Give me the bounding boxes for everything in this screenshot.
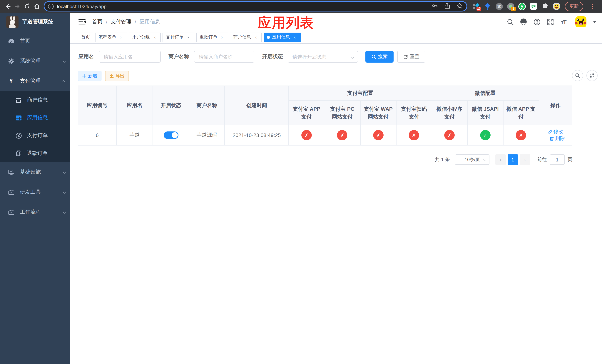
- table-toolbar: 新增 导出: [78, 71, 598, 81]
- tab-process-form[interactable]: 流程表单×: [95, 32, 127, 42]
- chrome-menu-icon[interactable]: ⋮: [589, 3, 595, 10]
- pay-submenu: 商户信息 应用信息 支付订单: [0, 91, 70, 162]
- bookmark-star-icon[interactable]: [456, 2, 463, 10]
- delete-link[interactable]: 删除: [550, 135, 565, 142]
- avatar-caret-icon[interactable]: [593, 21, 596, 23]
- search-icon[interactable]: [506, 18, 514, 26]
- close-icon[interactable]: ×: [186, 35, 191, 40]
- total-count: 共 1 条: [435, 156, 450, 163]
- document-copy-icon: [15, 150, 22, 156]
- chevron-down-icon: [63, 59, 66, 62]
- toggle-search-button[interactable]: [572, 70, 583, 81]
- sidebar-item-system[interactable]: 系统管理: [0, 51, 70, 71]
- forward-button[interactable]: [13, 1, 22, 11]
- page-size-select[interactable]: 10条/页: [455, 154, 489, 165]
- cell-wx-mini: ✗: [432, 125, 467, 145]
- page-annotation: 应用列表: [258, 14, 314, 32]
- url-text[interactable]: localhost:1024/pay/app: [57, 3, 429, 9]
- col-ops: 操作: [539, 86, 572, 125]
- sidebar-item-merchant[interactable]: 商户信息: [0, 91, 70, 109]
- reset-button[interactable]: 重置: [397, 51, 425, 63]
- prev-page-button[interactable]: ‹: [495, 154, 506, 165]
- next-page-button[interactable]: ›: [520, 154, 530, 165]
- github-icon[interactable]: [520, 18, 527, 26]
- breadcrumb-pay[interactable]: 支付管理: [111, 19, 131, 25]
- sidebar: 芋道管理系统 首页 系统管理 ¥ 支付管理: [0, 13, 70, 364]
- close-icon[interactable]: ×: [253, 35, 258, 40]
- share-icon[interactable]: [444, 2, 450, 10]
- password-key-icon[interactable]: [432, 2, 438, 10]
- close-icon[interactable]: ×: [292, 35, 297, 40]
- extension-chat-icon[interactable]: [530, 3, 537, 10]
- tab-app-info[interactable]: 应用信息×: [264, 32, 301, 42]
- sidebar-item-home[interactable]: 首页: [0, 31, 70, 51]
- col-wx-jsapi: 微信 JSAPI 支付: [467, 101, 503, 125]
- app-name-label: 应用名: [78, 53, 94, 60]
- app-table: 应用编号 应用名 开启状态 商户名称 创建时间 支付宝配置 微信配置 操作 支付…: [78, 86, 572, 146]
- tab-user-group[interactable]: 用户分组×: [129, 32, 161, 42]
- sidebar-item-infra[interactable]: 基础设施: [0, 162, 70, 182]
- sidebar-item-devtools[interactable]: 研发工具: [0, 182, 70, 202]
- add-button[interactable]: 新增: [78, 71, 101, 81]
- fullscreen-icon[interactable]: [547, 18, 554, 26]
- extension-grid-icon[interactable]: 10: [473, 3, 480, 10]
- extension-badge: 10: [476, 7, 481, 11]
- close-icon[interactable]: ×: [220, 35, 225, 40]
- extensions-puzzle-icon[interactable]: [541, 3, 549, 10]
- app-name-input[interactable]: [99, 51, 161, 63]
- sidebar-item-refund-order[interactable]: 退款订单: [0, 144, 70, 162]
- goto-page-input[interactable]: [550, 154, 565, 165]
- site-info-icon[interactable]: i: [48, 3, 54, 9]
- user-avatar[interactable]: [575, 16, 586, 27]
- extensions-area: 10 ⌘ 1 y 更新 ⋮: [473, 2, 596, 11]
- tab-merchant-info[interactable]: 商户信息×: [230, 32, 262, 42]
- home-button[interactable]: [32, 1, 42, 11]
- extension-camera-icon[interactable]: 1: [507, 3, 514, 10]
- cell-merchant: 芋道源码: [189, 125, 225, 145]
- help-icon[interactable]: [533, 18, 540, 26]
- cell-status: [153, 125, 189, 145]
- page-content: 应用名 商户名称 开启状态: [70, 44, 602, 364]
- sidebar-item-workflow[interactable]: 工作流程: [0, 202, 70, 222]
- export-button[interactable]: 导出: [105, 71, 129, 81]
- breadcrumb-current: 应用信息: [140, 19, 160, 25]
- config-status-icon: ✗: [409, 130, 419, 140]
- close-icon[interactable]: ×: [152, 35, 157, 40]
- config-status-icon: ✓: [480, 130, 490, 140]
- active-dot: [267, 36, 270, 39]
- cell-alipay-wap: ✗: [360, 125, 396, 145]
- page-number-1[interactable]: 1: [508, 154, 518, 165]
- tab-refund-order[interactable]: 退款订单×: [196, 32, 228, 42]
- profile-avatar-icon[interactable]: [553, 3, 560, 10]
- tags-view: 首页 流程表单× 用户分组× 支付订单× 退款订单× 商户信息× 应用信息×: [70, 31, 602, 44]
- close-icon[interactable]: ×: [118, 35, 124, 40]
- sidebar-item-app-info[interactable]: 应用信息: [0, 109, 70, 127]
- tab-home[interactable]: 首页: [78, 32, 93, 42]
- refresh-button[interactable]: [586, 70, 598, 81]
- col-app-name: 应用名: [117, 86, 153, 125]
- breadcrumb-home[interactable]: 首页: [92, 19, 103, 25]
- merchant-name-input[interactable]: [194, 51, 254, 63]
- collapse-sidebar-icon[interactable]: [78, 19, 86, 25]
- edit-link[interactable]: 修改: [548, 128, 563, 135]
- tab-pay-order[interactable]: 支付订单×: [162, 32, 194, 42]
- extension-y-icon[interactable]: y: [518, 3, 526, 10]
- extension-command-icon[interactable]: ⌘: [495, 3, 503, 10]
- chevron-down-icon: [63, 190, 66, 193]
- yen-circle-icon: [15, 132, 22, 139]
- back-button[interactable]: [3, 1, 13, 11]
- search-button[interactable]: 搜索: [366, 51, 394, 63]
- enabled-toggle[interactable]: [163, 131, 178, 139]
- cell-created: 2021-10-23 08:49:25: [225, 125, 289, 145]
- address-bar[interactable]: i localhost:1024/pay/app: [44, 1, 467, 11]
- status-select[interactable]: [288, 51, 358, 63]
- config-status-icon: ✗: [516, 130, 526, 140]
- sidebar-item-pay[interactable]: ¥ 支付管理: [0, 71, 70, 91]
- chrome-update-button[interactable]: 更新: [565, 2, 583, 11]
- font-size-icon[interactable]: тT: [560, 18, 567, 26]
- sidebar-item-pay-order[interactable]: 支付订单: [0, 127, 70, 144]
- reload-button[interactable]: [22, 1, 32, 11]
- col-wx-mini: 微信小程序支付: [432, 101, 467, 125]
- extension-kite-icon[interactable]: [484, 3, 491, 10]
- col-group-alipay: 支付宝配置: [289, 86, 432, 101]
